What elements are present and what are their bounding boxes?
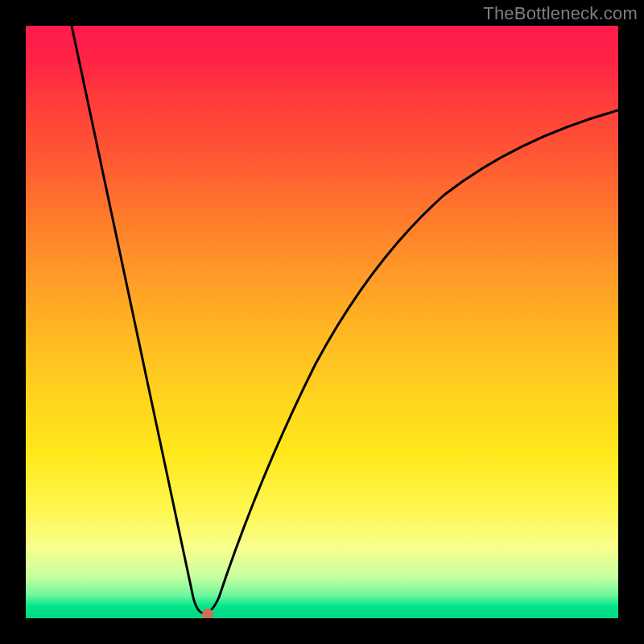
chart-frame: TheBottleneck.com bbox=[0, 0, 644, 644]
bottleneck-curve bbox=[72, 26, 618, 613]
plot-area bbox=[26, 26, 618, 618]
watermark-text: TheBottleneck.com bbox=[483, 3, 638, 24]
curve-svg bbox=[26, 26, 618, 618]
